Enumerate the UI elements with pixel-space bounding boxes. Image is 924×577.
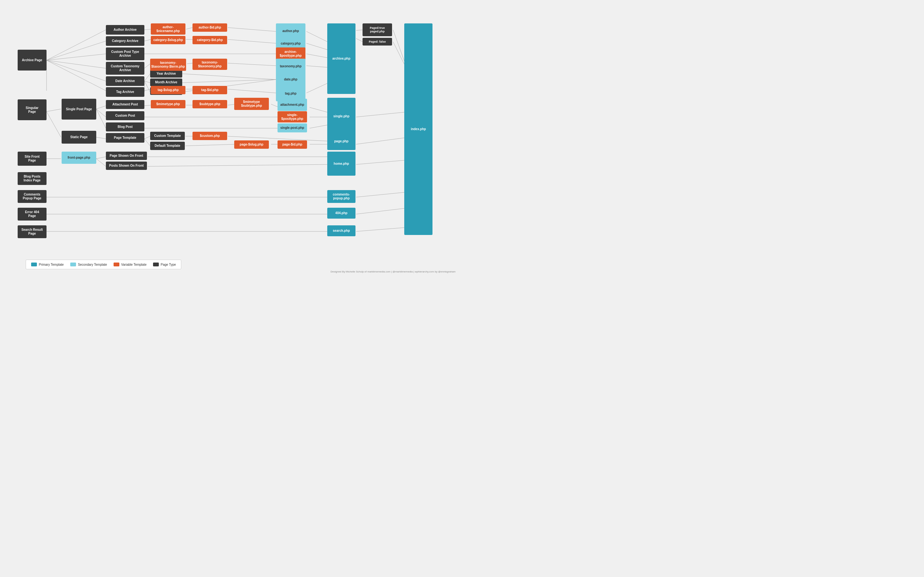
- tag-id-node: tag-$id.php: [192, 86, 227, 94]
- svg-line-18: [187, 63, 192, 64]
- home-php-node: home.php: [327, 152, 355, 176]
- svg-line-26: [182, 79, 276, 83]
- search-result-page-node: Search ResultPage: [18, 226, 47, 238]
- svg-line-69: [356, 208, 404, 214]
- single-post-php-node: single-post.php: [278, 123, 307, 132]
- legend-primary: Primary Template: [31, 263, 64, 266]
- comments-popup-php-node: comments-popup.php: [327, 190, 355, 203]
- error-404-php-node: 404.php: [327, 208, 355, 219]
- category-slug-node: category-$slug.php: [151, 36, 186, 44]
- static-page-node: Static Page: [61, 131, 96, 143]
- custom-taxonomy-archive-node: Custom TaxonomyArchive: [106, 62, 144, 75]
- svg-line-10: [306, 31, 327, 42]
- custom-template-node: Custom Template: [150, 132, 185, 140]
- svg-line-36: [47, 109, 61, 111]
- legend-secondary-color: [70, 263, 76, 266]
- svg-line-16: [306, 54, 327, 58]
- archive-page-node: Archive Page: [18, 50, 47, 71]
- legend-secondary: Secondary Template: [70, 263, 107, 266]
- svg-line-35: [393, 42, 404, 64]
- svg-line-25: [182, 74, 276, 79]
- attachment-php-node: attachment.php: [278, 99, 307, 111]
- svg-line-39: [96, 109, 106, 117]
- page-php-node: page.php: [327, 132, 355, 150]
- month-archive-node: Month Archive: [150, 79, 182, 86]
- svg-line-19: [228, 63, 276, 66]
- attachment-post-node: Attachment Post: [106, 100, 144, 109]
- date-archive-node: Date Archive: [106, 76, 144, 86]
- taxonomy-tax-node: taxonomy-$taxonomy.php: [192, 59, 227, 70]
- legend-page-type: Page Type: [153, 263, 176, 266]
- page-shown-front-node: Page Shown On Front: [106, 152, 147, 160]
- legend-variable-color: [113, 263, 120, 266]
- svg-line-7: [144, 29, 151, 30]
- svg-line-71: [356, 227, 404, 231]
- svg-line-45: [310, 107, 327, 112]
- mimetype-subtype-node: $mimetype$subtype.php: [234, 98, 269, 110]
- category-archive-node: Category Archive: [106, 36, 144, 46]
- archive-posttype-node: archive-$posttype.php: [276, 47, 305, 60]
- svg-line-11: [144, 39, 151, 41]
- svg-line-20: [306, 66, 327, 67]
- svg-line-62: [96, 159, 106, 166]
- site-front-page-node: Site FrontPage: [18, 152, 47, 166]
- mimetype-node: $mimetype.php: [151, 100, 186, 108]
- svg-line-34: [356, 39, 363, 42]
- svg-line-58: [356, 112, 404, 117]
- svg-line-0: [47, 30, 106, 60]
- taxonomy-term-node: taxonomy-$taxonomy-$term.php: [150, 59, 186, 71]
- svg-line-41: [144, 105, 151, 106]
- singular-page-node: SingularPage: [18, 99, 47, 120]
- svg-line-23: [144, 81, 150, 92]
- legend-primary-color: [31, 263, 37, 266]
- svg-line-55: [186, 144, 236, 146]
- paged-false-node: Paged: false: [363, 38, 392, 45]
- svg-line-67: [356, 192, 404, 197]
- tag-archive-node: Tag Archive: [106, 87, 144, 97]
- svg-line-59: [356, 138, 404, 144]
- svg-line-52: [144, 139, 150, 146]
- author-archive-node: Author Archive: [106, 25, 144, 35]
- posts-shown-front-node: Posts Shown On Front: [106, 161, 147, 170]
- svg-line-65: [356, 160, 404, 164]
- svg-line-21: [144, 74, 150, 81]
- custom-post-type-archive-node: Custom Post TypeArchive: [106, 47, 144, 60]
- svg-line-49: [310, 125, 327, 128]
- svg-line-8: [186, 27, 192, 29]
- svg-line-61: [96, 157, 106, 159]
- page-template-node: Page Template: [106, 133, 144, 143]
- error-404-page-node: Error 404Page: [18, 208, 47, 221]
- custom-php-node: $custom.php: [192, 132, 227, 140]
- svg-line-9: [228, 27, 276, 31]
- svg-line-38: [96, 106, 106, 109]
- legend: Primary Template Secondary Template Vari…: [26, 259, 181, 269]
- svg-line-30: [228, 89, 276, 93]
- single-post-page-node: Single Post Page: [61, 99, 96, 119]
- single-php-node: single.php: [327, 98, 355, 135]
- svg-line-4: [47, 60, 106, 81]
- paged-true-node: Paged:truepaged.php: [363, 23, 392, 36]
- blog-posts-index-node: Blog PostsIndex Page: [18, 172, 47, 185]
- single-posttype-node: single-$posttype.php: [278, 111, 307, 122]
- svg-line-63: [148, 164, 327, 166]
- archive-php-node: archive.php: [327, 23, 355, 94]
- svg-line-1: [47, 41, 106, 60]
- comments-popup-page-node: CommentsPopup Page: [18, 190, 47, 203]
- author-nicename-node: author-$nicename.php: [151, 23, 186, 35]
- svg-line-37: [47, 111, 61, 137]
- svg-line-17: [144, 64, 150, 68]
- svg-line-3: [47, 60, 106, 68]
- svg-line-33: [393, 30, 404, 61]
- svg-line-14: [306, 43, 327, 50]
- svg-line-5: [47, 60, 106, 91]
- default-template-node: Default Template: [150, 142, 185, 150]
- svg-line-40: [96, 109, 106, 128]
- page-slug-node: page-$slug.php: [234, 140, 269, 149]
- svg-line-31: [306, 83, 327, 93]
- page-id-node: page-$id.php: [278, 140, 307, 149]
- svg-line-13: [228, 39, 276, 43]
- tag-slug-node: tag-$slug.php: [151, 86, 186, 94]
- search-php-node: search.php: [327, 226, 355, 236]
- year-archive-node: Year Archive: [150, 70, 182, 77]
- custom-post-node: Custom Post: [106, 111, 144, 120]
